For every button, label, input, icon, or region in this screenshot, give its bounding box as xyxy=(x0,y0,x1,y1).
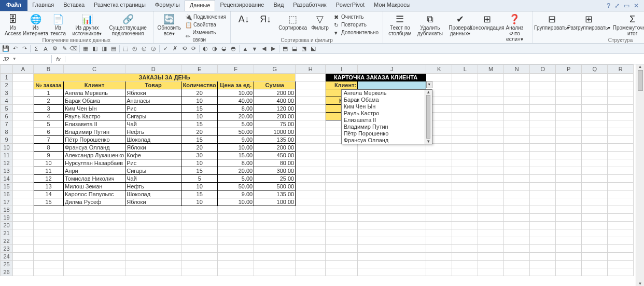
orders-cell[interactable]: 10.00 xyxy=(218,89,254,97)
orders-cell[interactable]: 10 xyxy=(181,97,218,105)
orders-cell[interactable]: Сигары xyxy=(125,113,181,120)
formula-input[interactable] xyxy=(65,55,644,63)
ribbon-button[interactable]: ▽Фильтр xyxy=(309,12,331,32)
ribbon-button[interactable]: ⬚Сортировка xyxy=(276,12,309,32)
ribbon-button[interactable]: ΣПромежуточный итог xyxy=(609,12,644,37)
row-header[interactable]: 23 xyxy=(1,245,13,253)
orders-cell[interactable]: 80.00 xyxy=(254,159,296,167)
orders-cell[interactable]: 5.00 xyxy=(218,175,254,183)
ribbon-button[interactable]: 📊Из других источников▾ xyxy=(69,12,105,37)
ribbon-button[interactable]: ⊞Консолидация xyxy=(475,12,499,32)
chevron-down-icon[interactable]: ▼ xyxy=(638,281,642,286)
orders-cell[interactable]: 6 xyxy=(34,128,64,136)
orders-cell[interactable]: Нурсултан Назарбаев xyxy=(64,159,125,167)
orders-cell[interactable]: Чай xyxy=(125,120,181,128)
orders-cell[interactable]: Шоколад xyxy=(125,190,181,198)
scrollbar-thumb[interactable] xyxy=(426,95,430,139)
row-header[interactable]: 3 xyxy=(1,89,13,97)
row-header[interactable]: 17 xyxy=(1,198,13,206)
orders-cell[interactable]: 30 xyxy=(181,152,218,159)
orders-cell[interactable]: 25.00 xyxy=(254,175,296,183)
validation-dropdown-arrow[interactable]: ▼ xyxy=(426,81,432,88)
ribbon-button[interactable]: A↓ xyxy=(233,12,255,26)
orders-cell[interactable]: Нефть xyxy=(125,183,181,190)
qat-icon[interactable]: ⬓ xyxy=(291,45,298,52)
tab-powerpivot[interactable]: PowerPivot xyxy=(331,0,369,11)
tab-разработчик[interactable]: Разработчик xyxy=(288,0,331,11)
col-header[interactable]: P xyxy=(556,65,582,74)
col-header[interactable]: G xyxy=(254,65,296,74)
orders-cell[interactable]: 200.00 xyxy=(254,144,296,152)
qat-icon[interactable]: A xyxy=(42,45,49,52)
orders-cell[interactable]: 9 xyxy=(34,152,64,159)
qat-icon[interactable]: ⬚ xyxy=(122,45,129,52)
orders-cell[interactable]: Рис xyxy=(125,105,181,113)
spreadsheet-grid[interactable]: ABCDEFGHIJKLMNOPQR1ЗАКАЗЫ ЗА ДЕНЬКАРТОЧК… xyxy=(0,64,644,286)
col-header[interactable]: L xyxy=(452,65,478,74)
qat-icon[interactable]: ✓ xyxy=(162,45,169,52)
orders-cell[interactable]: Милош Земан xyxy=(64,183,125,190)
orders-cell[interactable]: 135.00 xyxy=(254,136,296,144)
orders-cell[interactable]: 1 xyxy=(34,89,64,97)
qat-icon[interactable]: ◨ xyxy=(101,45,108,52)
orders-cell[interactable]: Нефть xyxy=(125,128,181,136)
col-header[interactable]: O xyxy=(530,65,556,74)
orders-cell[interactable]: 9.00 xyxy=(218,136,254,144)
orders-cell[interactable]: 10 xyxy=(34,159,64,167)
orders-cell[interactable]: 9.00 xyxy=(218,190,254,198)
orders-cell[interactable]: 200.00 xyxy=(254,89,296,97)
orders-cell[interactable]: 10 xyxy=(181,113,218,120)
orders-cell[interactable]: 40.00 xyxy=(218,97,254,105)
orders-cell[interactable]: 5 xyxy=(34,120,64,128)
vertical-scrollbar[interactable]: ▲ ▼ xyxy=(636,64,644,286)
orders-cell[interactable]: 8.00 xyxy=(218,105,254,113)
qat-icon[interactable]: ↷ xyxy=(21,45,28,52)
orders-cell[interactable]: 12 xyxy=(34,175,64,183)
ribbon-button[interactable]: ⊟Группировать▾ xyxy=(535,12,569,32)
dropdown-option[interactable]: Барак Обама xyxy=(342,97,425,103)
qat-icon[interactable]: ✎ xyxy=(61,45,68,52)
qat-icon[interactable]: ⬔ xyxy=(300,45,307,52)
qat-icon[interactable]: ▶ xyxy=(270,45,277,52)
chevron-up-icon[interactable]: ▲ xyxy=(638,64,642,69)
col-header[interactable]: N xyxy=(504,65,530,74)
orders-cell[interactable]: 20.00 xyxy=(218,113,254,120)
qat-icon[interactable]: ↶ xyxy=(11,45,19,52)
dropdown-option[interactable]: Ким Чен Ын xyxy=(342,103,425,110)
orders-cell[interactable]: Чай xyxy=(125,175,181,183)
row-header[interactable]: 4 xyxy=(1,97,13,105)
orders-cell[interactable]: 20.00 xyxy=(218,167,254,175)
qat-icon[interactable]: ◒ xyxy=(220,45,228,52)
tab-рецензирование[interactable]: Рецензирование xyxy=(215,0,269,11)
orders-cell[interactable]: 75.00 xyxy=(254,120,296,128)
orders-cell[interactable]: Ангела Меркель xyxy=(64,89,125,97)
dropdown-option[interactable]: Елизавета II xyxy=(342,117,425,124)
qat-icon[interactable]: Σ xyxy=(33,45,40,52)
orders-cell[interactable]: 300.00 xyxy=(254,167,296,175)
qat-icon[interactable]: ⟳ xyxy=(190,45,197,52)
row-header[interactable]: 7 xyxy=(1,120,13,128)
orders-cell[interactable]: 100.00 xyxy=(254,198,296,206)
orders-cell[interactable]: 11 xyxy=(34,167,64,175)
qat-icon[interactable]: ◓ xyxy=(230,45,237,52)
row-header[interactable]: 11 xyxy=(1,152,13,159)
close-icon[interactable]: ✕ xyxy=(634,2,639,9)
orders-cell[interactable]: Дилма Русеф xyxy=(64,198,125,206)
row-header[interactable]: 21 xyxy=(1,229,13,237)
chevron-down-icon[interactable]: ▼ xyxy=(426,139,430,144)
col-header[interactable]: J xyxy=(358,65,426,74)
row-header[interactable]: 10 xyxy=(1,144,13,152)
orders-cell[interactable]: Яблоки xyxy=(125,198,181,206)
orders-cell[interactable]: Сигары xyxy=(125,167,181,175)
dropdown-option[interactable]: Владимир Путин xyxy=(342,124,425,130)
ribbon-mini-item[interactable]: ✖Очистить xyxy=(333,13,379,21)
row-header[interactable]: 22 xyxy=(1,237,13,245)
qat-icon[interactable]: ◐ xyxy=(202,45,209,52)
orders-cell[interactable]: Барак Обама xyxy=(64,97,125,105)
orders-cell[interactable]: 50.00 xyxy=(218,183,254,190)
orders-cell[interactable]: Франсуа Олланд xyxy=(64,144,125,152)
ribbon-mini-item[interactable]: ▾Дополнительно xyxy=(333,29,379,36)
col-header[interactable]: H xyxy=(296,65,326,74)
orders-cell[interactable]: 500.00 xyxy=(254,183,296,190)
col-header[interactable]: M xyxy=(478,65,504,74)
